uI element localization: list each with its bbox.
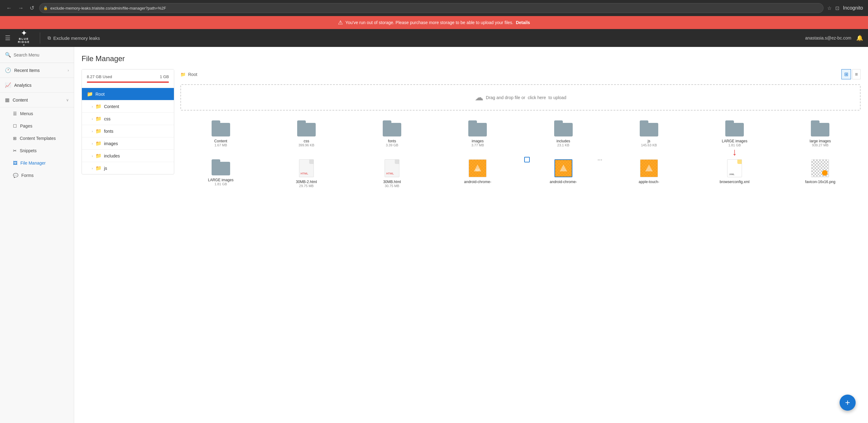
pages-icon: ☐ — [13, 124, 17, 128]
upload-link[interactable]: click here — [528, 95, 546, 100]
file-size: 1.81 GB — [214, 182, 227, 186]
file-item-includes[interactable]: includes 23.1 KB — [523, 117, 603, 151]
folder-thumbnail — [468, 121, 487, 136]
folder-label: css — [104, 117, 111, 121]
sidebar-item-snippets[interactable]: ✂ Snippets — [0, 144, 74, 157]
address-bar[interactable]: 🔒 exclude-memory-leaks.trialsite.co/admi… — [39, 3, 824, 13]
user-email: anastasia.s@ez-bc.com — [805, 35, 851, 40]
browser-chrome: ← → ↺ 🔒 exclude-memory-leaks.trialsite.c… — [0, 0, 868, 16]
folder-thumbnail — [212, 121, 230, 136]
sidebar-item-recent-items[interactable]: 🕐 Recent Items › — [0, 63, 74, 78]
folder-tree-item-images[interactable]: › 📁 images — [82, 137, 174, 150]
file-item-30mbhtml[interactable]: HTML 30MB.html 30.75 MB — [352, 156, 432, 191]
folder-label: js — [104, 166, 107, 171]
file-item-fonts[interactable]: fonts 3.39 GB — [352, 117, 432, 151]
breadcrumb-text: Root — [188, 72, 197, 77]
file-item-large-images2[interactable]: large images 939.27 MB — [780, 117, 861, 151]
file-item-large-images[interactable]: LARGE images 1.81 GB — [694, 117, 775, 151]
file-item-browserconfig[interactable]: ↓ .XML browserconfig.xml — [694, 156, 775, 191]
folder-tree-item-fonts[interactable]: › 📁 fonts — [82, 125, 174, 137]
bell-icon[interactable]: 🔔 — [856, 35, 863, 41]
folder-thumbnail — [554, 121, 573, 136]
alert-icon: ⚠ — [338, 19, 343, 26]
hamburger-button[interactable]: ☰ — [5, 34, 10, 42]
folder-tree-item-includes[interactable]: › 📁 includes — [82, 150, 174, 162]
split-icon[interactable]: ⊡ — [835, 5, 839, 11]
file-size: 30.75 MB — [385, 184, 399, 188]
browser-reload-button[interactable]: ↺ — [28, 3, 35, 13]
chevron-right-icon: › — [92, 142, 93, 145]
folder-tree-item-content[interactable]: › 📁 Content — [82, 100, 174, 112]
storage-bar — [87, 82, 169, 83]
file-item-android-chrome1[interactable]: android-chrome- — [437, 156, 518, 191]
selection-checkbox[interactable] — [524, 157, 530, 162]
image-file-icon — [640, 159, 658, 177]
folder-thumbnail — [297, 121, 316, 136]
file-item-30mb2html[interactable]: HTML 30MB-2.html 29.75 MB — [266, 156, 347, 191]
sidebar-item-file-manager[interactable]: 🖼 File Manager — [0, 157, 74, 169]
sidebar-item-content[interactable]: ▦ Content ∨ — [0, 93, 74, 107]
alert-banner: ⚠ You've run out of storage. Please purc… — [0, 16, 868, 29]
folder-thumbnail — [725, 121, 744, 136]
site-name-text: Exclude memory leaks — [54, 35, 100, 41]
clock-icon: 🕐 — [5, 67, 11, 73]
folder-tree-item-root[interactable]: 📁 Root — [82, 88, 174, 100]
browser-back-button[interactable]: ← — [5, 4, 13, 13]
xml-file-icon: .XML — [727, 159, 742, 177]
folder-tree-item-js[interactable]: › 📁 js — [82, 162, 174, 174]
file-size: 1.67 MB — [214, 143, 227, 147]
storage-limit: 1 GB — [160, 74, 169, 79]
image-file-icon — [469, 159, 487, 177]
sidebar-item-label: Analytics — [14, 83, 32, 88]
file-name: 30MB.html — [383, 180, 401, 184]
upload-suffix: to upload — [549, 95, 566, 100]
storage-used: 8.27 GB Used — [87, 74, 112, 79]
file-size: 3.77 MB — [471, 143, 484, 147]
fab-add-button[interactable]: + — [840, 395, 856, 411]
sidebar-item-pages[interactable]: ☐ Pages — [0, 120, 74, 132]
png-file-icon — [811, 159, 829, 177]
file-grid: Content 1.67 MB css 399.96 KB — [180, 117, 861, 191]
file-item-apple-touch[interactable]: apple-touch- — [609, 156, 689, 191]
sidebar-item-menus[interactable]: ☰ Menus — [0, 107, 74, 120]
file-item-js[interactable]: js 145.63 KB — [609, 117, 689, 151]
folder-thumbnail — [640, 121, 658, 136]
chevron-right-icon: › — [92, 166, 93, 170]
file-item-android-chrome2[interactable]: ⋯ android-chrome- — [523, 156, 603, 191]
alert-details-link[interactable]: Details — [516, 20, 530, 25]
file-name: LARGE images — [722, 139, 747, 143]
logo-icon: ✦ — [21, 30, 27, 37]
incognito-label: Incognito — [843, 5, 863, 11]
upload-area[interactable]: ☁ Drag and drop file or click here to up… — [180, 84, 861, 110]
image-overlay — [555, 160, 572, 176]
templates-icon: ⊞ — [13, 136, 17, 141]
file-item-favicon[interactable]: favicon-16x16.png — [780, 156, 861, 191]
bookmark-icon[interactable]: ☆ — [827, 5, 832, 11]
grid-view-button[interactable]: ⊞ — [841, 69, 851, 79]
file-item-large-images3[interactable]: LARGE images 1.81 GB — [180, 156, 261, 191]
sidebar-item-label: Recent Items — [14, 68, 39, 73]
search-menu-label: Search Menu — [13, 53, 39, 58]
list-view-button[interactable]: ≡ — [852, 69, 861, 79]
sidebar-item-forms[interactable]: 💬 Forms — [0, 169, 74, 182]
sidebar-item-label: Menus — [20, 111, 33, 116]
file-item-css[interactable]: css 399.96 KB — [266, 117, 347, 151]
file-name: js — [648, 139, 651, 143]
chevron-right-icon: › — [92, 154, 93, 158]
file-name: includes — [557, 139, 570, 143]
file-name: Content — [214, 139, 227, 143]
sidebar-item-content-templates[interactable]: ⊞ Content Templates — [0, 132, 74, 144]
alert-message: You've run out of storage. Please purcha… — [345, 20, 514, 25]
html-file-icon: HTML — [299, 159, 314, 177]
file-item-images[interactable]: images 3.77 MB — [437, 117, 518, 151]
more-options-button[interactable]: ⋯ — [597, 157, 602, 163]
folder-icon: 📁 — [95, 153, 102, 159]
folder-tree-item-css[interactable]: › 📁 css — [82, 112, 174, 125]
file-item-content[interactable]: Content 1.67 MB — [180, 117, 261, 151]
sidebar-item-analytics[interactable]: 📈 Analytics — [0, 78, 74, 93]
file-name: 30MB-2.html — [296, 180, 317, 184]
search-menu[interactable]: 🔍 Search Menu — [0, 47, 74, 63]
files-header: 📁 Root ⊞ ≡ — [180, 69, 861, 79]
header-divider — [40, 32, 40, 43]
browser-forward-button[interactable]: → — [17, 4, 25, 13]
